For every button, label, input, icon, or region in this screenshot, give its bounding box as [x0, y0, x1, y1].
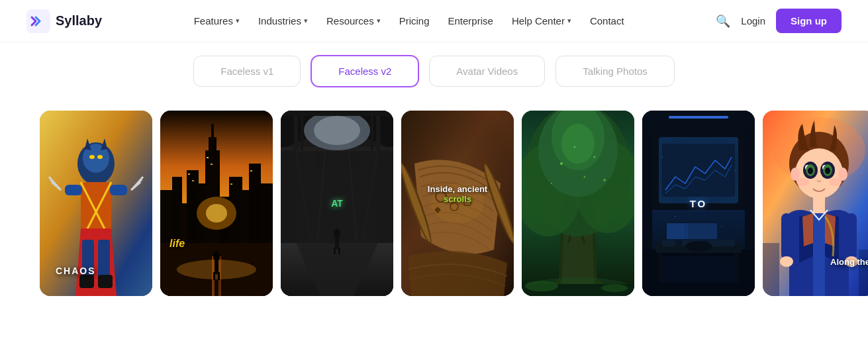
- card-illustration: [763, 111, 868, 296]
- svg-rect-52: [211, 164, 213, 165]
- svg-rect-33: [211, 124, 214, 144]
- svg-rect-49: [188, 174, 190, 175]
- chevron-down-icon: ▾: [377, 17, 381, 25]
- svg-rect-148: [813, 197, 825, 213]
- chevron-down-icon: ▾: [304, 17, 308, 25]
- login-button[interactable]: Login: [741, 15, 765, 26]
- card-overlay-text: AT: [331, 198, 343, 209]
- video-card[interactable]: TO: [642, 111, 755, 296]
- card-illustration: [160, 111, 273, 296]
- logo[interactable]: Syllaby: [26, 9, 102, 33]
- video-grid: CHAOS: [0, 100, 868, 307]
- video-card[interactable]: life: [160, 111, 273, 296]
- svg-rect-114: [662, 240, 675, 246]
- svg-rect-151: [846, 213, 857, 260]
- svg-point-127: [734, 170, 736, 171]
- svg-rect-123: [667, 223, 687, 239]
- search-icon: 🔍: [716, 15, 730, 28]
- nav-actions: 🔍 Login Sign up: [716, 9, 842, 33]
- video-card[interactable]: AT: [281, 111, 393, 296]
- svg-rect-154: [763, 243, 779, 296]
- navigation: Syllaby Features ▾ Industries ▾ Resource…: [0, 0, 868, 42]
- video-card[interactable]: CHAOS: [40, 111, 152, 296]
- svg-rect-50: [192, 180, 194, 181]
- svg-rect-71: [301, 111, 303, 150]
- svg-point-101: [601, 284, 628, 292]
- video-tabs: Faceless v1 Faceless v2 Avatar Videos Ta…: [0, 42, 868, 100]
- nav-help-center[interactable]: Help Center ▾: [512, 15, 571, 26]
- video-card[interactable]: Along the: [763, 111, 868, 296]
- nav-links: Features ▾ Industries ▾ Resources ▾ Pric…: [194, 15, 624, 26]
- svg-point-93: [560, 162, 563, 165]
- svg-point-142: [808, 168, 813, 174]
- svg-rect-124: [687, 223, 717, 239]
- video-card[interactable]: [522, 111, 634, 296]
- chevron-down-icon: ▾: [236, 17, 240, 25]
- card-overlay-text: Along the: [830, 257, 868, 267]
- svg-point-94: [594, 156, 596, 158]
- svg-rect-116: [708, 240, 735, 246]
- svg-rect-54: [250, 170, 252, 172]
- tab-faceless-v1[interactable]: Faceless v1: [193, 56, 301, 87]
- tab-avatar-videos[interactable]: Avatar Videos: [429, 56, 545, 87]
- card-overlay-text: CHAOS: [48, 258, 104, 284]
- svg-rect-72: [371, 111, 373, 150]
- tab-faceless-v2[interactable]: Faceless v2: [311, 56, 418, 87]
- svg-point-152: [780, 256, 793, 267]
- svg-point-125: [685, 241, 712, 252]
- svg-point-126: [661, 156, 663, 158]
- svg-point-95: [574, 146, 575, 148]
- card-overlay-text: life: [169, 238, 185, 250]
- svg-rect-13: [110, 185, 127, 195]
- svg-rect-112: [659, 256, 738, 283]
- video-card[interactable]: Inside, ancient scrolls: [401, 111, 514, 296]
- svg-rect-118: [734, 253, 738, 279]
- signup-button[interactable]: Sign up: [776, 9, 842, 33]
- nav-industries[interactable]: Industries ▾: [258, 15, 308, 26]
- svg-rect-117: [659, 253, 663, 279]
- svg-point-42: [206, 204, 227, 223]
- search-button[interactable]: 🔍: [716, 14, 730, 28]
- nav-resources[interactable]: Resources ▾: [326, 15, 381, 26]
- svg-point-98: [603, 179, 606, 181]
- card-illustration: [522, 111, 634, 296]
- svg-rect-150: [781, 213, 792, 260]
- svg-point-96: [584, 176, 586, 178]
- svg-point-8: [97, 155, 103, 159]
- svg-point-128: [675, 216, 676, 217]
- svg-rect-110: [659, 137, 738, 203]
- svg-rect-51: [207, 157, 209, 158]
- svg-rect-70: [281, 111, 393, 116]
- nav-features[interactable]: Features ▾: [194, 15, 240, 26]
- svg-point-147: [838, 168, 847, 181]
- chevron-down-icon: ▾: [567, 17, 571, 25]
- svg-point-146: [791, 168, 800, 181]
- svg-rect-53: [230, 183, 232, 185]
- svg-rect-47: [213, 272, 215, 280]
- svg-point-100: [525, 281, 558, 291]
- logo-icon: [26, 9, 50, 33]
- svg-rect-12: [65, 185, 82, 195]
- svg-rect-149: [813, 213, 825, 296]
- svg-point-97: [551, 183, 552, 184]
- svg-rect-103: [642, 111, 755, 130]
- nav-contact[interactable]: Contact: [590, 15, 624, 26]
- nav-enterprise[interactable]: Enterprise: [448, 15, 493, 26]
- svg-point-45: [213, 251, 220, 262]
- svg-point-143: [825, 168, 830, 174]
- svg-rect-48: [218, 272, 220, 280]
- nav-pricing[interactable]: Pricing: [399, 15, 430, 26]
- card-overlay-text: TO: [690, 198, 708, 209]
- svg-rect-105: [669, 116, 728, 119]
- svg-point-7: [89, 155, 95, 159]
- brand-name: Syllaby: [56, 13, 102, 28]
- tab-talking-photos[interactable]: Talking Photos: [555, 56, 675, 87]
- svg-point-91: [561, 124, 595, 164]
- svg-point-129: [721, 226, 722, 227]
- card-overlay-text: Inside, ancient scrolls: [428, 184, 487, 204]
